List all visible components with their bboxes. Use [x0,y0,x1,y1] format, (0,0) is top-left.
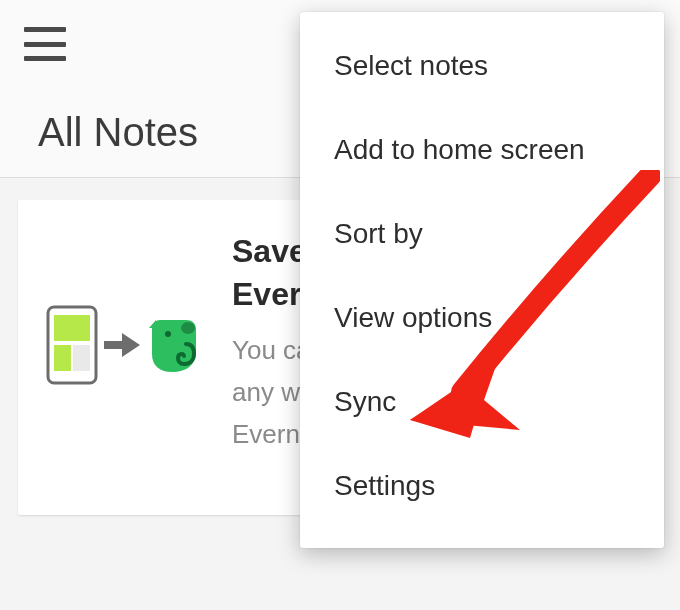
svg-rect-2 [54,345,71,371]
svg-rect-1 [54,315,90,341]
evernote-icon [146,314,204,376]
phone-icon [46,305,98,385]
menu-item-select-notes[interactable]: Select notes [300,24,664,108]
menu-item-sort-by[interactable]: Sort by [300,192,664,276]
menu-item-view-options[interactable]: View options [300,276,664,360]
menu-item-settings[interactable]: Settings [300,444,664,528]
arrow-right-icon [102,325,142,365]
card-icon-group [46,230,204,455]
menu-item-add-to-home-screen[interactable]: Add to home screen [300,108,664,192]
svg-rect-3 [73,345,90,371]
menu-item-sync[interactable]: Sync [300,360,664,444]
svg-point-5 [181,322,195,334]
hamburger-icon[interactable] [24,27,66,61]
svg-point-4 [165,331,171,337]
page-title: All Notes [38,110,198,155]
overflow-menu: Select notes Add to home screen Sort by … [300,12,664,548]
